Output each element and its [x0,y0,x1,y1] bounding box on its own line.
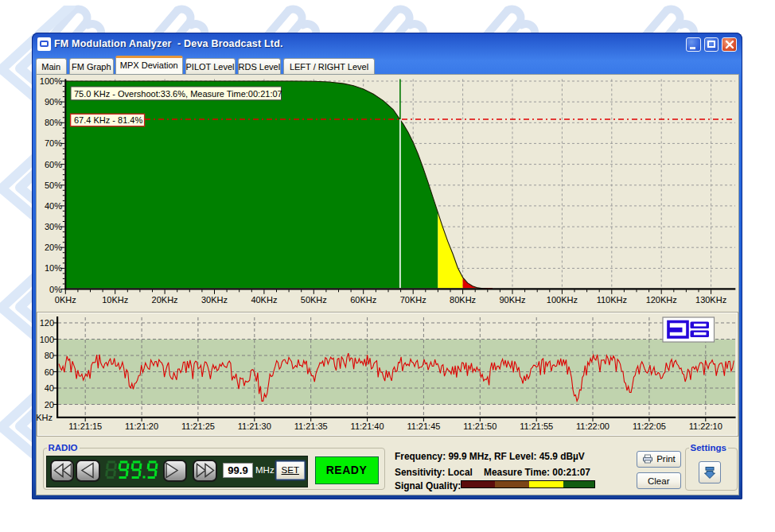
svg-text:10KHz: 10KHz [102,295,128,305]
svg-text:120KHz: 120KHz [646,295,677,305]
svg-text:100: 100 [40,335,54,344]
svg-text:100KHz: 100KHz [547,295,578,305]
svg-text:30%: 30% [45,222,62,231]
svg-text:20: 20 [45,400,54,410]
svg-text:120: 120 [40,318,54,328]
svg-text:20KHz: 20KHz [152,295,178,305]
svg-text:11:21:25: 11:21:25 [181,421,215,431]
svg-text:11:22:05: 11:22:05 [633,421,666,431]
svg-text:0%: 0% [49,285,62,294]
svg-text:11:21:20: 11:21:20 [125,421,158,431]
svg-text:30KHz: 30KHz [201,295,228,305]
svg-text:80KHz: 80KHz [450,295,476,305]
svg-text:80%: 80% [45,118,62,127]
svg-text:40%: 40% [45,201,62,211]
svg-text:11:21:55: 11:21:55 [520,421,553,431]
svg-text:70KHz: 70KHz [400,295,426,305]
svg-text:40: 40 [45,383,54,393]
svg-text:60KHz: 60KHz [350,295,376,305]
svg-text:11:21:50: 11:21:50 [463,421,497,431]
svg-text:75.0 KHz - Overshoot:33.6%, Me: 75.0 KHz - Overshoot:33.6%, Measure Time… [74,89,282,99]
svg-text:11:22:10: 11:22:10 [689,421,722,431]
svg-text:130KHz: 130KHz [695,295,726,305]
svg-text:11:21:40: 11:21:40 [351,421,384,431]
svg-text:0KHz: 0KHz [55,295,76,305]
svg-text:80: 80 [45,351,54,360]
svg-text:10%: 10% [45,263,62,273]
svg-text:KHz: KHz [36,413,53,422]
svg-text:11:22:00: 11:22:00 [576,421,609,431]
svg-text:11:21:30: 11:21:30 [238,421,271,431]
svg-text:11:21:15: 11:21:15 [68,421,102,431]
svg-text:110KHz: 110KHz [597,295,627,305]
svg-text:100%: 100% [40,76,62,86]
svg-text:90%: 90% [45,97,62,107]
svg-text:67.4 KHz - 81.4%: 67.4 KHz - 81.4% [74,115,142,125]
svg-text:40KHz: 40KHz [251,295,277,305]
svg-text:11:21:35: 11:21:35 [294,421,328,431]
svg-text:60: 60 [45,367,54,377]
svg-text:50KHz: 50KHz [301,295,327,305]
svg-text:50%: 50% [45,181,62,190]
svg-text:60%: 60% [45,160,62,169]
svg-text:20%: 20% [45,243,62,252]
svg-text:11:21:45: 11:21:45 [407,421,440,431]
svg-text:70%: 70% [45,138,62,148]
svg-text:90KHz: 90KHz [499,295,525,305]
